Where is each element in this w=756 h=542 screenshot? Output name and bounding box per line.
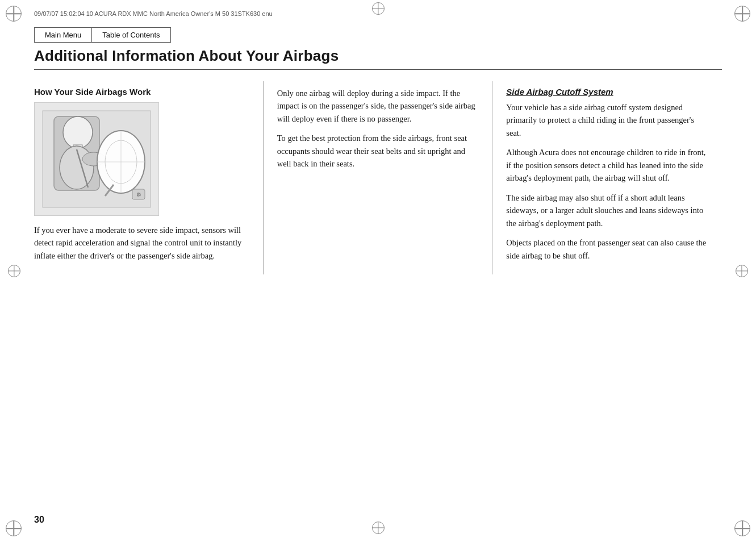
- col3-para2: Although Acura does not encourage childr…: [506, 146, 708, 184]
- crop-mark-bl: [6, 520, 22, 536]
- airbag-illustration: ⚙: [34, 102, 159, 216]
- crop-mark-br: [734, 520, 750, 536]
- svg-text:⚙: ⚙: [136, 191, 141, 198]
- svg-point-2: [63, 116, 93, 148]
- col3-para3: The side airbag may also shut off if a s…: [506, 191, 708, 230]
- col3-heading: Side Airbag Cutoff System: [506, 87, 708, 97]
- top-bar: 09/07/07 15:02:04 10 ACURA RDX MMC North…: [0, 0, 756, 17]
- reg-mark-left: [8, 265, 20, 277]
- main-menu-button[interactable]: Main Menu: [34, 27, 91, 43]
- col2-para1: Only one airbag will deploy during a sid…: [277, 87, 479, 125]
- toc-button[interactable]: Table of Contents: [91, 27, 170, 43]
- col3-para4: Objects placed on the front passenger se…: [506, 236, 708, 262]
- page-number: 30: [34, 515, 44, 525]
- column-2: Only one airbag will deploy during a sid…: [264, 81, 493, 274]
- page-wrapper: 09/07/07 15:02:04 10 ACURA RDX MMC North…: [0, 0, 756, 542]
- column-3: Side Airbag Cutoff System Your vehicle h…: [492, 81, 722, 274]
- col3-para1: Your vehicle has a side airbag cutoff sy…: [506, 101, 708, 139]
- main-content: How Your Side Airbags Work: [34, 81, 722, 274]
- column-1: How Your Side Airbags Work: [34, 81, 264, 274]
- page-title: Additional Information About Your Airbag…: [34, 47, 722, 70]
- nav-buttons: Main Menu Table of Contents: [34, 27, 756, 43]
- col2-para2: To get the best protection from the side…: [277, 132, 479, 170]
- col1-heading: How Your Side Airbags Work: [34, 87, 249, 97]
- print-metadata: 09/07/07 15:02:04 10 ACURA RDX MMC North…: [34, 8, 273, 17]
- col1-body-text: If you ever have a moderate to severe si…: [34, 224, 249, 262]
- reg-mark-right: [736, 265, 748, 277]
- svg-point-4: [60, 146, 94, 189]
- reg-mark-bottom: [372, 522, 385, 534]
